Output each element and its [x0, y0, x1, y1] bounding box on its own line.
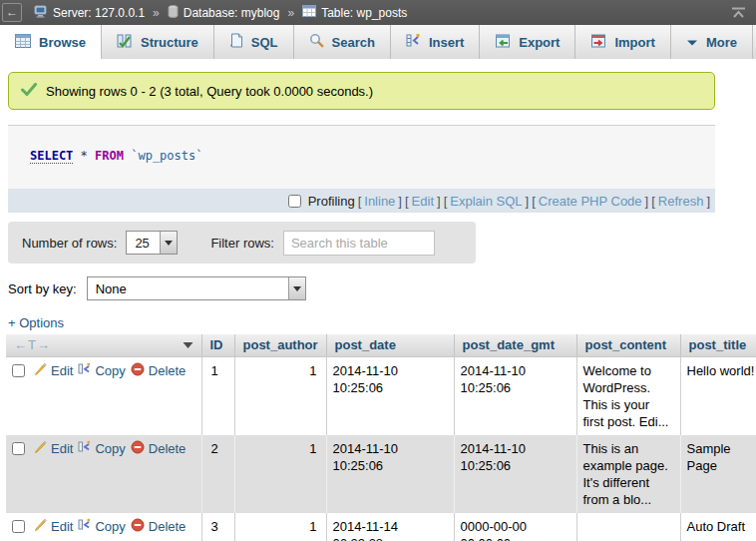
cell-post-title: Hello world! — [680, 356, 756, 435]
tab-export[interactable]: Export — [480, 25, 575, 59]
profiling-label: Profiling — [308, 194, 355, 209]
cell-post-content — [576, 513, 680, 541]
cell-post-date: 2014-11-10 10:25:06 — [326, 356, 454, 435]
query-section: SELECT * FROM `wp_posts` Profiling [ Inl… — [8, 125, 715, 213]
collapse-topbar-icon[interactable] — [731, 7, 746, 19]
cell-post-title: Auto Draft — [680, 513, 756, 541]
breadcrumb-table[interactable]: Table: wp_posts — [302, 5, 407, 20]
export-icon — [495, 34, 511, 51]
tab-browse-label: Browse — [39, 35, 86, 50]
cell-id: 3 — [201, 513, 234, 541]
sort-by-key-select[interactable]: None — [87, 276, 306, 300]
tab-sql[interactable]: SQL — [214, 25, 294, 59]
delete-row-link[interactable]: Delete — [131, 518, 187, 536]
sort-by-key-label: Sort by key: — [8, 281, 77, 296]
bracket: ] — [645, 194, 649, 209]
bracket: [ — [405, 194, 409, 209]
table-row: Edit Copy Delete 2 1 2014-11-10 10:25:06… — [6, 435, 756, 513]
explain-sql-link[interactable]: Explain SQL — [450, 194, 522, 209]
column-reorder-arrows[interactable]: ←T→ — [14, 337, 51, 352]
tab-structure[interactable]: Structure — [102, 25, 214, 59]
row-checkbox[interactable] — [12, 364, 25, 377]
browse-icon — [15, 34, 31, 51]
row-controls-bar: Number of rows: 25 Filter rows: — [8, 222, 476, 264]
structure-icon — [117, 34, 133, 51]
sort-controls: Sort by key: None — [8, 276, 756, 300]
row-checkbox[interactable] — [12, 442, 25, 455]
import-icon — [590, 34, 606, 51]
column-header-post-title[interactable]: post_title — [680, 334, 756, 356]
table-row: Edit Copy Delete 3 1 2014-11-14 06:33:38… — [6, 513, 756, 541]
tab-search[interactable]: Search — [294, 25, 391, 59]
refresh-link[interactable]: Refresh — [658, 194, 704, 209]
profiling-checkbox[interactable] — [288, 195, 301, 208]
chevron-down-icon — [686, 35, 698, 50]
pencil-icon — [34, 440, 47, 457]
cell-id: 2 — [201, 435, 234, 513]
sql-keyword-select[interactable]: SELECT — [30, 149, 73, 164]
filter-rows-input[interactable] — [283, 231, 435, 256]
inline-link[interactable]: Inline — [364, 194, 395, 209]
dropdown-arrow-icon — [160, 232, 177, 254]
pencil-icon — [34, 362, 47, 379]
table-tabs: Browse Structure SQL Search Insert Expor… — [0, 25, 756, 59]
pencil-icon — [34, 518, 47, 535]
copy-row-link[interactable]: Copy — [78, 440, 125, 457]
column-header-id[interactable]: ID — [201, 334, 234, 356]
sort-options-icon[interactable] — [183, 337, 193, 352]
table-row: Edit Copy Delete 1 1 2014-11-10 10:25:06… — [6, 356, 756, 435]
breadcrumb-server[interactable]: Server: 127.0.0.1 — [34, 5, 145, 21]
sql-query-display: SELECT * FROM `wp_posts` — [8, 126, 715, 189]
breadcrumb: Server: 127.0.0.1 » Database: myblog » T… — [34, 5, 407, 21]
dropdown-arrow-icon — [288, 277, 305, 299]
tab-browse[interactable]: Browse — [0, 25, 102, 59]
delete-icon — [131, 440, 145, 458]
tab-insert-label: Insert — [429, 35, 464, 50]
delete-row-link[interactable]: Delete — [131, 440, 187, 458]
edit-query-link[interactable]: Edit — [412, 194, 434, 209]
num-rows-select[interactable]: 25 — [126, 231, 178, 255]
query-actions-bar: Profiling [ Inline ] [ Edit ] [ Explain … — [8, 189, 715, 213]
copy-row-link[interactable]: Copy — [78, 362, 125, 379]
tab-import[interactable]: Import — [575, 25, 670, 59]
cell-post-author: 1 — [234, 513, 326, 541]
column-header-post-date[interactable]: post_date — [326, 334, 454, 356]
copy-icon — [78, 362, 91, 379]
bracket: ] — [398, 194, 402, 209]
column-header-post-date-gmt[interactable]: post_date_gmt — [454, 334, 576, 356]
breadcrumb-separator: » — [287, 6, 294, 20]
tab-insert[interactable]: Insert — [391, 25, 480, 59]
tab-more[interactable]: More — [671, 25, 753, 59]
column-header-post-content[interactable]: post_content — [576, 334, 680, 356]
tab-export-label: Export — [519, 35, 560, 50]
bracket: [ — [651, 194, 655, 209]
cell-post-author: 1 — [234, 356, 326, 435]
copy-row-link[interactable]: Copy — [78, 518, 125, 535]
insert-icon — [406, 33, 421, 51]
tab-structure-label: Structure — [141, 35, 198, 50]
back-button[interactable]: ← — [2, 3, 22, 22]
success-message: Showing rows 0 - 2 (3 total, Query took … — [8, 72, 715, 110]
cell-post-date: 2014-11-10 10:25:06 — [326, 435, 454, 513]
options-toggle-link[interactable]: + Options — [8, 315, 64, 330]
column-header-post-author[interactable]: post_author — [234, 334, 326, 356]
sql-keyword-from: FROM — [95, 149, 124, 163]
sql-star: * — [81, 149, 88, 163]
create-php-code-link[interactable]: Create PHP Code — [539, 194, 642, 209]
edit-row-link[interactable]: Edit — [34, 362, 73, 379]
cell-id: 1 — [201, 356, 234, 435]
bracket: [ — [358, 194, 362, 209]
delete-row-link[interactable]: Delete — [131, 362, 187, 380]
breadcrumb-table-label: Table: wp_posts — [321, 6, 407, 20]
breadcrumb-database[interactable]: Database: myblog — [168, 5, 280, 21]
breadcrumb-separator: » — [153, 6, 160, 20]
delete-icon — [131, 362, 145, 380]
num-rows-label: Number of rows: — [22, 236, 117, 251]
edit-row-link[interactable]: Edit — [34, 440, 73, 457]
breadcrumb-server-label: Server: 127.0.0.1 — [53, 6, 145, 20]
row-checkbox[interactable] — [12, 520, 25, 533]
edit-row-link[interactable]: Edit — [34, 518, 73, 535]
results-table: ←T→ ID post_author post_date post_date_g… — [6, 334, 756, 541]
column-header-actions: ←T→ — [6, 334, 201, 356]
cell-post-content: This is an example page. It's different … — [576, 435, 680, 513]
